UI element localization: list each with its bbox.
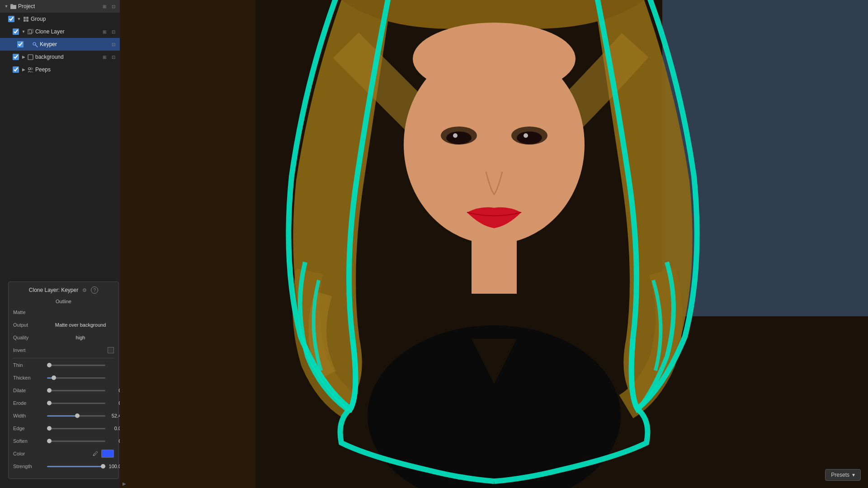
edge-slider-container: 0.00% bbox=[47, 426, 128, 431]
info-icon[interactable]: ? bbox=[91, 286, 98, 294]
prop-thicken: Thicken 8 bbox=[13, 373, 114, 383]
svg-point-26 bbox=[446, 131, 472, 144]
svg-rect-1 bbox=[10, 4, 13, 5]
layer-icon-right2: ⊡ bbox=[110, 3, 117, 10]
prop-soften: Soften 0.00 bbox=[13, 436, 114, 446]
strength-label: Strength bbox=[13, 464, 47, 469]
layer-icon-right1: ⊞ bbox=[101, 3, 108, 10]
expand-icon-project[interactable]: ▼ bbox=[4, 4, 9, 9]
layer-item-project[interactable]: ▼ Project ⊞ ⊡ bbox=[0, 0, 120, 13]
bottom-scroll-arrow: ▶ bbox=[120, 479, 129, 488]
presets-arrow-icon: ▾ bbox=[852, 472, 855, 478]
keyper-icons: ⊡ bbox=[110, 41, 117, 48]
bg-layer-icons: ⊞ ⊡ bbox=[101, 53, 117, 61]
strength-slider[interactable] bbox=[47, 466, 105, 467]
layer-project-icons: ⊞ ⊡ bbox=[101, 3, 117, 10]
svg-rect-6 bbox=[28, 30, 32, 34]
layer-keyper-name: Keyper bbox=[40, 41, 110, 47]
clone-layer-icon bbox=[27, 28, 33, 35]
background-layer-icon bbox=[27, 54, 33, 60]
keyper-icon-r1: ⊡ bbox=[110, 41, 117, 48]
output-value[interactable]: Matte over background bbox=[47, 322, 114, 328]
layer-item-keyper[interactable]: Keyper ⊡ bbox=[0, 38, 120, 51]
clone-icon-r2: ⊡ bbox=[110, 28, 117, 35]
prop-edge: Edge 0.00% bbox=[13, 423, 114, 433]
layer-project-name: Project bbox=[18, 3, 101, 9]
background-checkbox[interactable] bbox=[13, 54, 19, 60]
expand-icon-group[interactable]: ▼ bbox=[16, 16, 22, 22]
presets-label: Presets bbox=[831, 472, 849, 478]
prop-invert: Invert bbox=[13, 345, 114, 355]
thicken-label: Thicken bbox=[13, 375, 47, 380]
erode-label: Erode bbox=[13, 400, 47, 406]
layer-tree: ▼ Project ⊞ ⊡ ▼ Group ▼ C bbox=[0, 0, 120, 272]
matte-label: Matte bbox=[13, 310, 47, 315]
thicken-slider[interactable] bbox=[47, 377, 105, 379]
bg-icon-r1: ⊞ bbox=[101, 53, 108, 61]
group-checkbox[interactable] bbox=[8, 16, 14, 22]
layer-item-peeps[interactable]: ▶ Peeps bbox=[0, 63, 120, 76]
layer-background-name: background bbox=[35, 54, 101, 60]
svg-point-12 bbox=[31, 68, 33, 70]
quality-value[interactable]: high bbox=[47, 335, 114, 340]
prop-matte: Matte bbox=[13, 307, 114, 317]
edge-slider[interactable] bbox=[47, 428, 105, 429]
soften-slider[interactable] bbox=[47, 441, 105, 442]
prop-output: Output Matte over background bbox=[13, 320, 114, 330]
svg-rect-22 bbox=[472, 226, 517, 294]
svg-rect-18 bbox=[662, 316, 868, 488]
layer-item-clone[interactable]: ▼ Clone Layer ⊞ ⊡ bbox=[0, 25, 120, 38]
erode-slider-container: 0.00 bbox=[47, 400, 128, 406]
dilate-slider[interactable] bbox=[47, 390, 105, 391]
layer-group-name: Group bbox=[31, 16, 117, 22]
invert-label: Invert bbox=[13, 347, 47, 353]
width-label: Width bbox=[13, 413, 47, 418]
canvas-svg bbox=[120, 0, 868, 488]
clone-checkbox[interactable] bbox=[13, 28, 19, 35]
layer-peeps-name: Peeps bbox=[35, 66, 117, 73]
thin-label: Thin bbox=[13, 362, 47, 368]
expand-icon-keyper[interactable] bbox=[25, 42, 31, 47]
peeps-checkbox[interactable] bbox=[13, 66, 19, 73]
output-label: Output bbox=[13, 322, 47, 328]
svg-rect-2 bbox=[24, 17, 26, 19]
svg-rect-5 bbox=[26, 19, 28, 22]
layer-item-group[interactable]: ▼ Group bbox=[0, 13, 120, 25]
thicken-slider-container: 8 bbox=[47, 375, 128, 380]
svg-point-27 bbox=[517, 131, 542, 144]
properties-panel: Clone Layer: Keyper ⚙ ? Outline Matte Ou… bbox=[8, 282, 119, 479]
width-slider-container: 52.49% bbox=[47, 413, 128, 418]
invert-checkbox[interactable] bbox=[108, 347, 114, 353]
prop-width: Width 52.49% bbox=[13, 411, 114, 421]
props-title-text: Clone Layer: Keyper bbox=[29, 287, 78, 293]
settings-icon[interactable]: ⚙ bbox=[81, 286, 88, 294]
soften-slider-container: 0.00 bbox=[47, 438, 128, 444]
presets-button[interactable]: Presets ▾ bbox=[825, 469, 861, 481]
expand-icon-clone[interactable]: ▼ bbox=[21, 29, 26, 34]
canvas-area bbox=[120, 0, 868, 488]
width-slider[interactable] bbox=[47, 415, 105, 417]
clone-layer-icons: ⊞ ⊡ bbox=[101, 28, 117, 35]
color-label: Color bbox=[13, 451, 47, 456]
prop-color: Color 🖊 bbox=[13, 449, 114, 459]
arrow-icon: ▶ bbox=[123, 481, 126, 486]
prop-erode: Erode 0.00 bbox=[13, 398, 114, 408]
edge-label: Edge bbox=[13, 426, 47, 431]
eyedropper-icon[interactable]: 🖊 bbox=[91, 450, 99, 458]
clone-icon-r1: ⊞ bbox=[101, 28, 108, 35]
color-swatch[interactable] bbox=[101, 450, 114, 458]
layer-item-background[interactable]: ▶ background ⊞ ⊡ bbox=[0, 51, 120, 63]
props-title-row: Clone Layer: Keyper ⚙ ? bbox=[13, 286, 114, 294]
svg-point-23 bbox=[413, 23, 576, 95]
keyper-checkbox[interactable] bbox=[17, 41, 24, 47]
group-icon bbox=[23, 16, 29, 22]
svg-line-9 bbox=[35, 45, 38, 47]
expand-icon-bg[interactable]: ▶ bbox=[21, 54, 26, 60]
svg-point-29 bbox=[524, 133, 528, 138]
thin-slider[interactable] bbox=[47, 365, 105, 366]
svg-rect-4 bbox=[24, 19, 26, 22]
expand-icon-peeps[interactable]: ▶ bbox=[21, 67, 26, 72]
main-canvas: Presets ▾ ▶ bbox=[120, 0, 868, 488]
folder-icon bbox=[10, 3, 16, 9]
erode-slider[interactable] bbox=[47, 403, 105, 404]
